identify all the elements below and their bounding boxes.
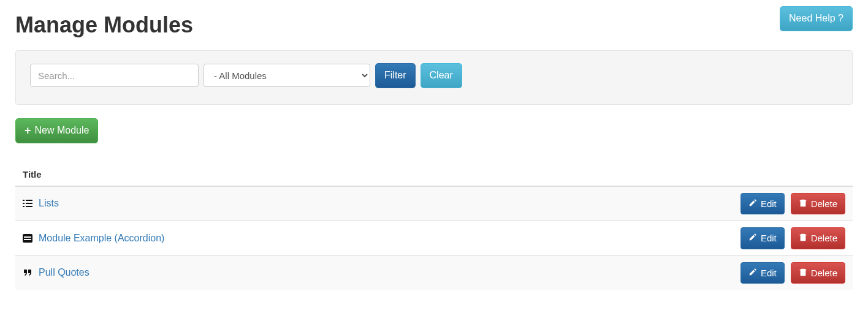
delete-label: Delete — [811, 232, 837, 244]
table-header-title: Title — [15, 163, 490, 186]
delete-button[interactable]: Delete — [791, 227, 845, 249]
delete-button[interactable]: Delete — [791, 193, 845, 214]
module-title-link[interactable]: Module Example (Accordion) — [39, 233, 164, 244]
list-icon — [23, 198, 34, 208]
table-row: Lists Edit Delete — [15, 186, 853, 221]
clear-button[interactable]: Clear — [421, 63, 462, 88]
module-select[interactable]: - All Modules — [204, 64, 370, 87]
svg-rect-8 — [24, 239, 31, 240]
trash-icon — [799, 197, 807, 210]
filter-panel: - All Modules Filter Clear — [15, 50, 853, 105]
filter-button[interactable]: Filter — [375, 63, 416, 88]
quote-icon — [23, 268, 34, 278]
table-row: Pull Quotes Edit Delete — [15, 255, 853, 290]
trash-icon — [799, 266, 807, 279]
pencil-icon — [748, 197, 757, 210]
new-module-button[interactable]: + New Module — [15, 118, 98, 143]
plus-icon: + — [25, 125, 31, 136]
accordion-icon — [23, 233, 34, 243]
search-input[interactable] — [30, 64, 199, 87]
svg-rect-2 — [23, 203, 25, 204]
trash-icon — [799, 232, 807, 244]
edit-button[interactable]: Edit — [740, 227, 785, 249]
svg-rect-0 — [23, 200, 25, 201]
svg-rect-4 — [23, 206, 25, 207]
svg-rect-6 — [23, 234, 32, 243]
svg-rect-3 — [26, 203, 32, 204]
pencil-icon — [748, 232, 757, 244]
module-title-link[interactable]: Lists — [39, 198, 59, 209]
new-module-label: New Module — [35, 124, 89, 138]
table-header-actions — [490, 163, 853, 186]
svg-rect-1 — [26, 200, 32, 201]
edit-button[interactable]: Edit — [740, 262, 785, 284]
module-title-link[interactable]: Pull Quotes — [39, 267, 89, 278]
delete-label: Delete — [811, 266, 837, 279]
pencil-icon — [748, 266, 757, 279]
edit-label: Edit — [761, 197, 777, 210]
edit-button[interactable]: Edit — [740, 193, 785, 214]
edit-label: Edit — [761, 232, 777, 244]
delete-button[interactable]: Delete — [791, 262, 845, 284]
svg-rect-7 — [24, 236, 31, 238]
page-title: Manage Modules — [15, 12, 193, 38]
svg-rect-5 — [26, 206, 32, 207]
table-row: Module Example (Accordion) Edit Delete — [15, 221, 853, 255]
need-help-button[interactable]: Need Help ? — [780, 6, 853, 31]
modules-table: Title Lists Edit Delete — [15, 163, 853, 290]
edit-label: Edit — [761, 266, 777, 279]
delete-label: Delete — [811, 197, 837, 210]
